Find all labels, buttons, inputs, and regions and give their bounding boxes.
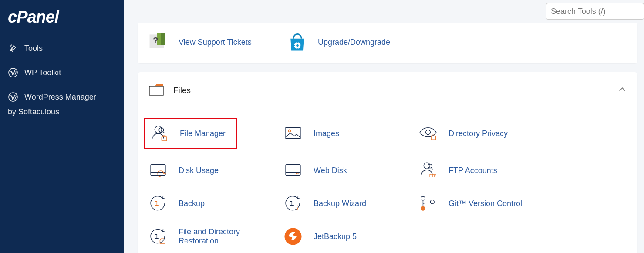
svg-point-24: [296, 173, 297, 174]
git-icon: [416, 192, 440, 215]
svg-rect-4: [161, 33, 165, 45]
svg-point-31: [299, 210, 300, 210]
file-restore-icon: [146, 225, 170, 248]
svg-line-12: [163, 132, 165, 133]
tile-label: Web Disk: [314, 166, 347, 175]
tile-label: View Support Tickets: [179, 38, 252, 47]
svg-rect-17: [151, 165, 165, 176]
tile-label: Directory Privacy: [448, 129, 508, 138]
tile-label: Git™ Version Control: [448, 199, 522, 208]
tile-label: File Manager: [180, 129, 226, 138]
ftp-accounts-icon: FTP: [416, 159, 440, 182]
svg-line-27: [431, 168, 433, 170]
sidebar-item-label: Tools: [24, 44, 43, 53]
wordpress-icon: [8, 92, 18, 102]
files-grid: File Manager Images Directory Privacy: [138, 107, 637, 251]
svg-point-33: [421, 196, 425, 200]
svg-point-32: [421, 206, 425, 210]
svg-rect-8: [149, 86, 163, 95]
search-tools[interactable]: [546, 3, 644, 20]
top-panel: ? View Support Tickets Upgrade/Downgrade: [138, 23, 637, 63]
svg-text:?: ?: [153, 36, 158, 45]
web-disk-icon: [281, 159, 305, 182]
tile-label: Backup Wizard: [314, 199, 366, 208]
tile-images[interactable]: Images: [281, 118, 416, 149]
svg-rect-16: [431, 136, 436, 140]
tile-git[interactable]: Git™ Version Control: [416, 192, 551, 215]
tile-label: Upgrade/Downgrade: [318, 38, 390, 47]
svg-text:FTP: FTP: [429, 173, 437, 178]
sidebar-item-sublabel: by Softaculous: [7, 104, 117, 123]
tile-label: JetBackup 5: [314, 232, 357, 241]
support-ticket-icon: ?: [146, 30, 170, 54]
svg-point-23: [297, 173, 298, 174]
jetbackup-icon: [281, 225, 305, 248]
sidebar-item-label: WordPress Manager: [24, 93, 96, 102]
wrench-icon: [8, 43, 18, 53]
file-manager-icon: [148, 122, 171, 145]
tile-file-restore[interactable]: File and Directory Restoration: [146, 225, 281, 248]
svg-point-7: [296, 44, 299, 47]
main-content: ? View Support Tickets Upgrade/Downgrade: [124, 0, 644, 253]
tile-web-disk[interactable]: Web Disk: [281, 159, 416, 182]
svg-point-14: [288, 130, 290, 132]
search-input[interactable]: [551, 7, 639, 16]
wordpress-icon: [8, 67, 18, 78]
tile-directory-privacy[interactable]: Directory Privacy: [416, 118, 551, 149]
tile-ftp-accounts[interactable]: FTP FTP Accounts: [416, 159, 551, 182]
tile-file-manager[interactable]: File Manager: [144, 118, 237, 149]
backup-wizard-icon: [281, 192, 305, 215]
tile-label: Images: [314, 129, 339, 138]
chevron-up-icon: [618, 86, 626, 96]
backup-icon: [146, 192, 170, 215]
svg-rect-36: [160, 240, 165, 244]
tile-jetbackup[interactable]: JetBackup 5: [281, 225, 416, 248]
directory-privacy-icon: [416, 122, 440, 145]
files-panel: Files File Manager Images: [138, 72, 637, 253]
shopping-bag-icon: [286, 30, 309, 54]
files-panel-header[interactable]: Files: [138, 74, 637, 107]
folder-icon: [149, 83, 164, 97]
disk-usage-icon: [146, 159, 170, 182]
sidebar-item-label: WP Toolkit: [24, 68, 61, 77]
sidebar-item-wp-manager[interactable]: WordPress Manager: [7, 85, 117, 104]
tile-label: Backup: [179, 199, 205, 208]
tile-backup[interactable]: Backup: [146, 192, 281, 215]
brand-logo: cPanel: [7, 8, 117, 36]
tile-label: FTP Accounts: [448, 166, 497, 175]
tile-backup-wizard[interactable]: Backup Wizard: [281, 192, 416, 215]
svg-rect-13: [286, 128, 300, 139]
panel-title: Files: [173, 86, 191, 95]
svg-point-34: [430, 200, 434, 204]
images-icon: [281, 122, 305, 145]
svg-rect-10: [162, 137, 167, 141]
tile-disk-usage[interactable]: Disk Usage: [146, 159, 281, 182]
tile-support-tickets[interactable]: ? View Support Tickets: [146, 30, 268, 54]
sidebar-item-tools[interactable]: Tools: [7, 36, 117, 60]
svg-point-15: [426, 130, 431, 135]
tile-upgrade[interactable]: Upgrade/Downgrade: [286, 30, 416, 54]
sidebar-item-wp-toolkit[interactable]: WP Toolkit: [7, 60, 117, 85]
sidebar: cPanel Tools WP Toolkit WordPress Manage…: [0, 0, 124, 253]
tile-label: Disk Usage: [179, 166, 219, 175]
tile-label: File and Directory Restoration: [179, 227, 270, 246]
